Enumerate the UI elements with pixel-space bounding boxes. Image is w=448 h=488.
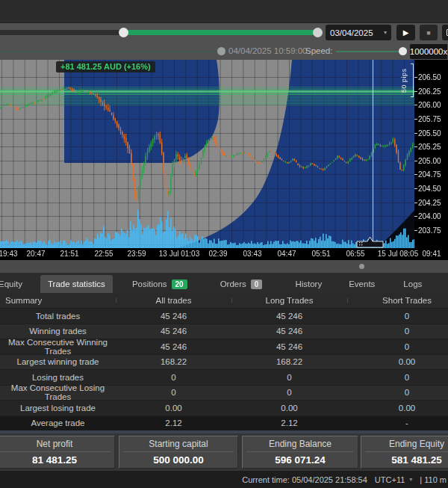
price-chart[interactable]: 206.50206.25206.00205.75205.50205.25205.… (0, 60, 448, 248)
row-value: 0 (231, 388, 347, 397)
tab-logs[interactable]: Logs (396, 275, 429, 293)
card-label: Ending Equity (365, 436, 448, 452)
panel-resize-handle[interactable] (359, 264, 364, 269)
row-value: 0.00 (347, 404, 448, 413)
pips-bracket-line (411, 64, 414, 97)
title-bar (0, 0, 448, 23)
table-row[interactable]: Losing trades000 (0, 369, 448, 385)
speed-slider-handle[interactable] (399, 47, 407, 55)
row-value: - (347, 418, 448, 427)
timeline-position-handle[interactable] (313, 28, 323, 37)
table-row[interactable]: Largest winning trade168.22168.220.00 (0, 354, 448, 370)
timezone-select[interactable]: UTC+11 (375, 475, 405, 484)
tab-events[interactable]: Events (341, 275, 382, 293)
tab-equity[interactable]: Equity (0, 275, 30, 293)
row-value: 45 246 (116, 342, 231, 351)
row-value: 0 (347, 327, 448, 336)
candlestick-canvas[interactable] (0, 60, 448, 248)
status-extra-text: | 110 m (420, 475, 447, 484)
row-label: Average trade (0, 418, 116, 427)
column-header: Short Trades (347, 296, 448, 305)
tab-trade-statistics[interactable]: Trade statistics (40, 275, 113, 293)
row-value: 0.00 (116, 404, 231, 413)
row-value: 0 (231, 373, 347, 382)
card-label: Starting capital (123, 436, 234, 452)
tab-label: Orders (220, 279, 246, 288)
time-tick-label: 19:43 (0, 250, 18, 258)
timeline-progress-fill (123, 30, 317, 35)
chevron-down-icon: ▾ (409, 476, 412, 483)
stop-icon: ■ (426, 29, 430, 37)
timeline-start-handle[interactable] (119, 28, 128, 37)
table-row[interactable]: Max Consecutive Losing Trades000 (0, 385, 448, 401)
card-label: Ending Balance (246, 436, 354, 452)
time-tick-label: 03:43 (243, 250, 261, 258)
row-value: 0 (347, 373, 448, 382)
profit-tooltip: +81 481.25 AUD (+16%) (56, 61, 155, 72)
time-tick-label: 06:55 (346, 250, 364, 258)
row-value: 0 (116, 388, 231, 397)
table-row[interactable]: Max Consecutive Winning Trades45 24645 2… (0, 339, 448, 354)
time-tick-label: 05:51 (311, 250, 330, 258)
table-header-row: SummaryAll tradesLong TradesShort Trades (0, 293, 448, 308)
row-value: 2.12 (116, 418, 231, 427)
table-row[interactable]: Largest losing trade0.000.000.00 (0, 400, 448, 416)
tab-label: Positions (132, 279, 167, 288)
play-button[interactable]: ▶ (396, 25, 415, 40)
row-value: 168.22 (116, 357, 231, 366)
backtest-app-window: 03/04/2025 ▾ ▶ ■ 04/04/2025 10:59:00 Spe… (0, 0, 448, 488)
speed-slider-track[interactable] (336, 51, 399, 52)
row-value: 0 (347, 388, 448, 397)
summary-card-starting-capital: Starting capital500 000.00 (119, 436, 238, 469)
row-value: 45 246 (116, 327, 231, 336)
time-tick-label: 15 Jul 08:05 (378, 250, 419, 258)
row-value: 0 (116, 373, 231, 382)
tab-history[interactable]: History (287, 275, 329, 293)
replay-datetime: 04/04/2025 10:59:00 (228, 46, 308, 55)
summary-card-net-profit: Net profit81 481.25 (0, 436, 115, 469)
table-row[interactable]: Average trade2.122.12- (0, 416, 448, 431)
date-select-value: 03/04/2025 (330, 28, 373, 37)
stop-button[interactable]: ■ (420, 25, 438, 40)
tab-label: Equity (0, 279, 22, 288)
time-tick-label: 13 Jul 01:03 (159, 250, 200, 258)
card-value: 581 481.25 (361, 452, 448, 468)
replay-slider-handle[interactable] (217, 47, 225, 55)
card-value: 81 481.25 (0, 452, 114, 468)
speed-value[interactable]: 1000000x (410, 44, 447, 59)
chevron-down-icon: ▾ (384, 29, 387, 36)
column-header: Summary (0, 296, 116, 305)
row-value: 2.12 (231, 418, 347, 427)
time-tick-label: 09:41 (422, 250, 441, 258)
status-bar: Current time: 05/04/2025 21:58:54 UTC+11… (0, 471, 448, 488)
replay-slider-track[interactable] (0, 51, 220, 52)
trade-statistics-table: SummaryAll tradesLong TradesShort Trades… (0, 293, 448, 430)
column-header: All trades (116, 296, 231, 305)
column-header: Long Trades (231, 296, 347, 305)
table-row[interactable]: Winning trades45 24645 2460 (0, 324, 448, 339)
row-label: Max Consecutive Winning Trades (0, 338, 116, 356)
row-label: Max Consecutive Losing Trades (0, 383, 116, 401)
time-tick-label: 20:47 (26, 250, 45, 258)
replay-toolbar: 03/04/2025 ▾ ▶ ■ 04/04/2025 10:59:00 Spe… (0, 23, 448, 60)
tab-count-badge: 20 (172, 279, 187, 289)
table-row[interactable]: Total trades45 24645 2460 (0, 308, 448, 324)
row-label: Losing trades (0, 373, 116, 382)
tab-label: Logs (403, 279, 422, 288)
calendar-button-partial[interactable] (442, 25, 448, 40)
time-axis: 19:4320:4721:5122:5523:5913 Jul 01:0302:… (0, 248, 448, 260)
row-label: Total trades (0, 312, 116, 321)
row-value: 0 (347, 312, 448, 321)
time-tick-label: 02:39 (208, 250, 227, 258)
row-value: 45 246 (231, 342, 347, 351)
tab-orders[interactable]: Orders0 (213, 275, 270, 293)
tab-positions[interactable]: Positions20 (125, 275, 195, 293)
row-value: 45 246 (116, 312, 231, 321)
row-value: 0.00 (231, 404, 347, 413)
date-select[interactable]: 03/04/2025 ▾ (326, 25, 391, 40)
card-value: 500 000.00 (119, 452, 237, 468)
row-label: Largest winning trade (0, 357, 116, 366)
summary-cards: Net profit81 481.25Starting capital500 0… (0, 433, 448, 471)
row-value: 45 246 (231, 327, 347, 336)
time-tick-label: 22:55 (94, 250, 113, 258)
